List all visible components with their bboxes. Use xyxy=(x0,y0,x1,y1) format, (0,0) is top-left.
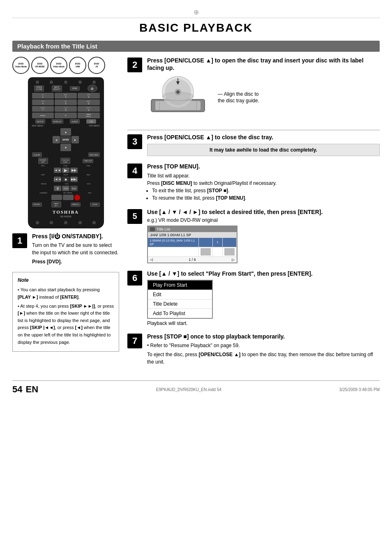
pause-button[interactable]: ⏸ xyxy=(54,186,61,191)
play-speed-button[interactable]: 1.3x/0.8xPLAY xyxy=(60,158,70,164)
num-9-button[interactable]: WXYZ9 xyxy=(78,106,100,112)
title-list-row2 xyxy=(148,247,237,257)
menu-add-to-playlist[interactable]: Add To Playlist xyxy=(148,309,212,318)
footer-date: 3/25/2009 3:48:05 PM xyxy=(339,387,380,392)
return-button[interactable]: RETURN xyxy=(88,152,100,157)
setup-button[interactable]: SETUP xyxy=(35,119,45,124)
time-slip-button[interactable]: TIME SLIP xyxy=(83,159,93,163)
rec-button[interactable] xyxy=(74,195,80,200)
stop-button[interactable]: ■ xyxy=(62,177,69,182)
step1-title: Press [I/⏻ ON/STANDBY]. xyxy=(32,233,119,240)
display-button[interactable]: DISPLAY xyxy=(52,119,63,124)
pause-vcr-dvd-row: ⏸ VCR DVD xyxy=(30,186,101,191)
page-number: 54 xyxy=(12,384,22,395)
audio-button[interactable]: AUDIO xyxy=(70,119,80,124)
num-7-button[interactable]: PQRS7 xyxy=(32,106,54,112)
fwd-label: FWD xyxy=(86,165,90,167)
play-button[interactable]: ▶ xyxy=(62,168,69,173)
rev-label: REV xyxy=(41,165,44,167)
menu-title-delete[interactable]: Title Delete xyxy=(148,299,212,309)
open-close-button[interactable]: OPEN/CLOSE xyxy=(34,85,44,92)
vcr-button[interactable]: VCR xyxy=(62,186,69,191)
num-8-button[interactable]: TUV8 xyxy=(55,106,77,112)
step3-block: 3 Press [OPEN/CLOSE ▲] to close the disc… xyxy=(127,134,380,156)
step1-content: Press [I/⏻ ON/STANDBY]. Turn on the TV a… xyxy=(32,233,119,265)
remote-dot xyxy=(64,81,67,84)
step7-block: 7 Press [STOP ■] once to stop playback t… xyxy=(127,333,380,366)
step5-content: Use [▲ / ▼ / ◄ / ►] to select a desired … xyxy=(147,208,380,263)
title-list-footer: ◁ 1 / 6 ▷ xyxy=(148,257,237,263)
menu-edit[interactable]: Edit xyxy=(148,290,212,299)
step4-bullets: To exit the title list, press [STOP ■]. … xyxy=(152,187,380,202)
step5-title: Use [▲ / ▼ / ◄ / ►] to select a desired … xyxy=(147,208,380,216)
step5-number: 5 xyxy=(127,209,142,224)
remote-dot-bottom xyxy=(92,221,96,224)
menu-play-from-start[interactable]: Play From Start xyxy=(148,281,212,290)
dvd-icon-video-mode: DVDVideo Mode xyxy=(12,57,30,74)
step4-bullet1: To exit the title list, press [STOP ■]. xyxy=(152,187,380,194)
num-4-button[interactable]: GHI4 xyxy=(32,99,54,105)
nav-empty-bl xyxy=(53,144,60,151)
num-5-button[interactable]: JKL5 xyxy=(55,99,77,105)
input-select-button[interactable]: INPUTSELECT xyxy=(52,85,62,92)
step1-extra: Press [DVD]. xyxy=(32,258,119,265)
pause-label: PAUSE xyxy=(41,183,46,185)
title-list-icon xyxy=(150,227,155,231)
nav-down-button[interactable]: ▼ xyxy=(60,144,71,151)
power-button[interactable]: ⏻ xyxy=(88,85,97,92)
disc-align-label: — Align the disc tothe disc tray guide. xyxy=(218,91,259,105)
title-list-row1: 1:00AM (0:12:00) JAN/ 1/09 L1 SP 1 xyxy=(148,238,237,247)
stop-label: STOP xyxy=(64,174,68,176)
step7-number: 7 xyxy=(127,334,142,348)
num-2-button[interactable]: ABC2 xyxy=(55,93,77,99)
skip-fwd-button[interactable]: ▶▶| xyxy=(70,177,78,182)
thumb-1 xyxy=(201,239,211,246)
num-3-button[interactable]: DEF3 xyxy=(78,93,100,99)
nav-empty-br xyxy=(71,144,79,151)
clear-button[interactable]: CLEAR xyxy=(32,152,42,157)
number-grid: @11 ABC2 DEF3 GHI4 JKL5 MNO6 PQRS7 TUV8 … xyxy=(32,93,100,118)
tl-row2-time xyxy=(148,247,199,256)
num-6-button[interactable]: MNO6 xyxy=(78,99,100,105)
step3-number: 3 xyxy=(127,134,142,149)
menu-row: DISC MENU TOP MENU xyxy=(32,124,100,127)
step7-body1: • Refer to "Resume Playback" on page 59. xyxy=(147,342,380,349)
note-bullet-2: • At step 4, you can press [SKIP ►►|], o… xyxy=(18,303,114,346)
remote-dot-bottom xyxy=(36,221,39,224)
nav-up-button[interactable]: ▲ xyxy=(60,128,71,136)
rec-mode-button[interactable] xyxy=(63,195,74,200)
enter-button[interactable]: ENTER xyxy=(60,136,71,143)
cd-button[interactable]: CD xyxy=(86,119,96,124)
svg-point-7 xyxy=(176,90,180,94)
nav-left-button[interactable]: ◄ xyxy=(53,136,60,143)
pause-vcr-dvd-labels: PAUSE VCR DVD xyxy=(32,183,100,185)
step2-number: 2 xyxy=(127,58,142,72)
thumb-3 xyxy=(201,248,211,256)
dvd-button[interactable]: DVD xyxy=(70,186,78,191)
tl-row2-thumb1 xyxy=(199,247,213,256)
disc-menu-label: DISC MENU xyxy=(32,124,44,127)
step1-body: Turn on the TV and be sure to select the… xyxy=(32,242,119,256)
zoom-button[interactable]: ZOOM xyxy=(90,203,100,207)
rev-button[interactable]: ◄◄ xyxy=(54,168,61,173)
repeat-button[interactable]: REPEAT xyxy=(32,203,42,207)
space-button[interactable]: SPACE xyxy=(32,113,54,118)
num-0-button[interactable]: 0 xyxy=(55,113,77,118)
skip-stop-row: |◄◄ ■ ▶▶| xyxy=(30,177,101,182)
title-list-header: Title List xyxy=(148,226,237,232)
rec-label: REC xyxy=(88,192,92,194)
timer-prog-button[interactable]: TIMERPROG. xyxy=(78,113,100,118)
remote-dot xyxy=(36,81,39,84)
skip-back-button[interactable]: |◄◄ xyxy=(54,177,61,182)
step4-block: 4 Press [TOP MENU]. Title list will appe… xyxy=(127,163,380,201)
nav-right-button[interactable]: ► xyxy=(71,136,79,143)
instant-skip-button[interactable]: INSTANTSKIP xyxy=(38,158,48,164)
num-1-button[interactable]: @11 xyxy=(32,93,54,99)
timer-set-button[interactable]: TIMERSET xyxy=(51,201,61,207)
tl-row1-thumb2 xyxy=(223,238,237,247)
toshiba-logo: TOSHIBA xyxy=(30,210,101,214)
hdmi-button[interactable]: HDMI xyxy=(70,86,80,91)
fwd-button[interactable]: ▶▶ xyxy=(70,168,78,173)
dubbing-button[interactable] xyxy=(51,195,62,200)
search-button[interactable]: SEARCH xyxy=(71,203,81,207)
